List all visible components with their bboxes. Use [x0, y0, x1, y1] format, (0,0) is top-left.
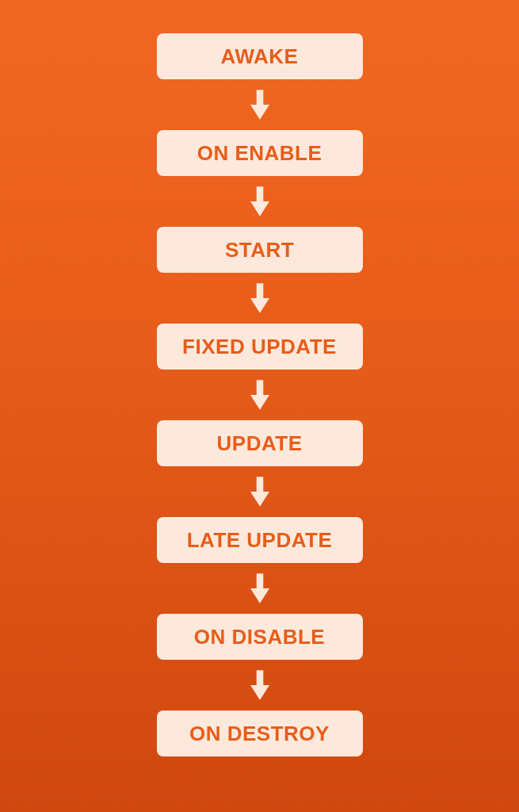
- arrow-down-icon: [250, 668, 269, 703]
- step-label: FIXED UPDATE: [182, 335, 337, 359]
- lifecycle-step-late-update: LATE UPDATE: [157, 517, 363, 563]
- step-label: START: [225, 238, 294, 262]
- lifecycle-step-on-destroy: ON DESTROY: [157, 710, 363, 756]
- step-label: ON ENABLE: [197, 141, 322, 166]
- lifecycle-step-on-disable: ON DISABLE: [157, 614, 363, 660]
- step-label: ON DISABLE: [194, 625, 325, 649]
- lifecycle-step-on-enable: ON ENABLE: [157, 130, 363, 176]
- step-label: ON DESTROY: [189, 722, 330, 746]
- arrow-down-icon: [250, 474, 269, 509]
- lifecycle-step-start: START: [157, 227, 363, 273]
- arrow-down-icon: [250, 377, 269, 412]
- lifecycle-step-awake: AWAKE: [157, 33, 363, 79]
- arrow-down-icon: [250, 571, 269, 606]
- arrow-down-icon: [250, 184, 269, 219]
- lifecycle-step-update: UPDATE: [157, 420, 363, 466]
- step-label: AWAKE: [221, 44, 299, 69]
- step-label: LATE UPDATE: [187, 528, 333, 553]
- lifecycle-step-fixed-update: FIXED UPDATE: [157, 324, 363, 370]
- arrow-down-icon: [250, 87, 269, 122]
- step-label: UPDATE: [217, 431, 303, 456]
- arrow-down-icon: [250, 281, 269, 316]
